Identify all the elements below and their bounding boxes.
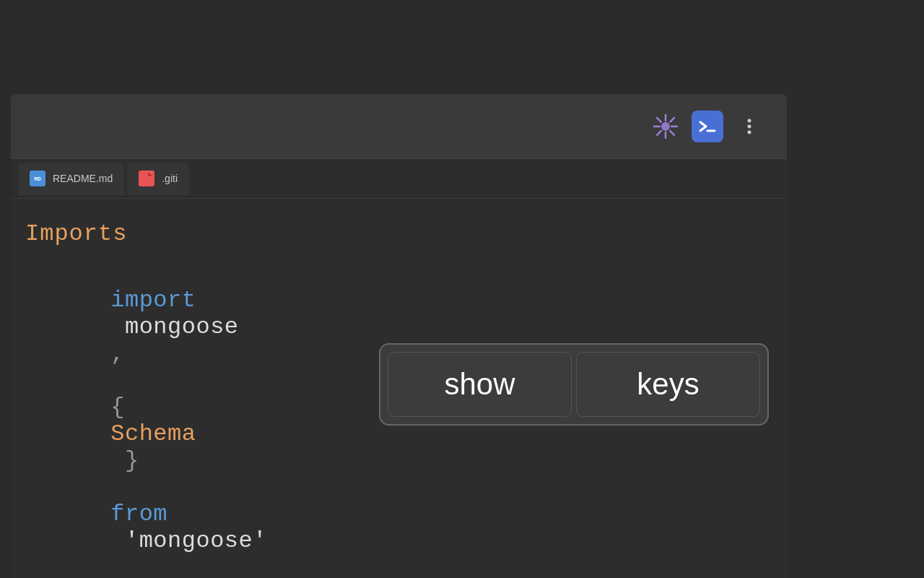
toolbar bbox=[11, 94, 787, 159]
gitignore-file-icon bbox=[139, 171, 154, 186]
tab-gitignore-label: .giti bbox=[162, 173, 178, 184]
autocomplete-popup: show keys bbox=[379, 343, 769, 426]
svg-line-7 bbox=[670, 118, 674, 122]
import-keyword: import bbox=[110, 287, 196, 314]
readme-file-icon: MD bbox=[30, 171, 45, 186]
sunburst-icon bbox=[653, 113, 679, 139]
tab-readme[interactable]: MD README.md bbox=[18, 163, 124, 195]
space bbox=[110, 367, 139, 394]
from-keyword: from bbox=[110, 501, 167, 527]
svg-line-8 bbox=[657, 131, 661, 135]
svg-point-10 bbox=[748, 118, 751, 122]
file-svg bbox=[141, 172, 152, 185]
autocomplete-keys[interactable]: keys bbox=[576, 352, 760, 417]
tab-gitignore[interactable]: .giti bbox=[127, 163, 189, 195]
imports-comment: Imports bbox=[25, 220, 787, 247]
brace-open: { bbox=[110, 394, 139, 420]
svg-point-12 bbox=[748, 130, 751, 134]
tab-bar: MD README.md .giti bbox=[11, 159, 787, 199]
comma: , bbox=[110, 340, 125, 367]
autocomplete-show[interactable]: show bbox=[388, 352, 572, 417]
mongoose-string: 'mongoose' bbox=[110, 527, 267, 554]
autocomplete-show-label: show bbox=[444, 367, 515, 402]
brace-close: } bbox=[110, 447, 139, 474]
autocomplete-keys-label: keys bbox=[637, 367, 699, 402]
space2 bbox=[110, 474, 125, 501]
editor-window: MD README.md .giti Imports import mongoo… bbox=[11, 94, 787, 578]
dots-icon bbox=[739, 116, 759, 137]
mongoose-id: mongoose bbox=[110, 314, 238, 340]
sunburst-button[interactable] bbox=[650, 111, 681, 142]
more-options-button[interactable] bbox=[733, 111, 765, 142]
svg-line-5 bbox=[657, 118, 661, 122]
schema-id: Schema bbox=[110, 420, 196, 447]
terminal-button[interactable] bbox=[692, 111, 723, 142]
terminal-icon bbox=[696, 115, 719, 138]
svg-line-6 bbox=[670, 131, 674, 135]
tab-readme-label: README.md bbox=[53, 173, 113, 184]
svg-point-11 bbox=[748, 124, 751, 128]
top-area bbox=[0, 0, 924, 94]
svg-point-0 bbox=[661, 122, 670, 131]
